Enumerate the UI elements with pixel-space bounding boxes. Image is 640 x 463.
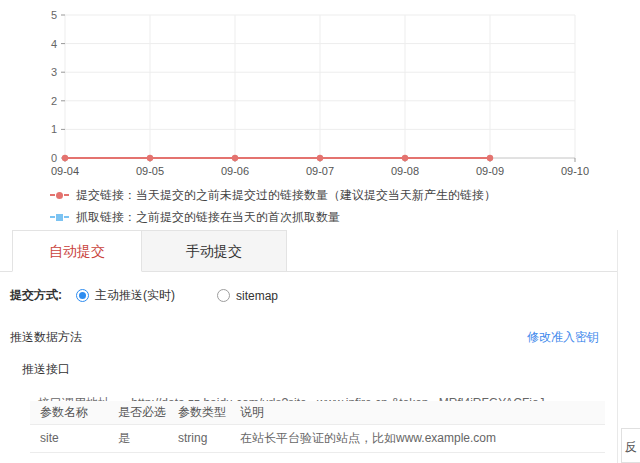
push-data-method-title: 推送数据方法	[10, 329, 82, 346]
radio-option-sitemap[interactable]: sitemap	[217, 289, 278, 303]
blue-line-square-icon	[50, 214, 69, 221]
tab-manual-submit[interactable]: 手动提交	[142, 230, 287, 271]
submit-method-row: 提交方式: 主动推送(实时) sitemap	[10, 287, 617, 304]
svg-text:2: 2	[51, 95, 57, 107]
modify-access-key-link[interactable]: 修改准入密钥	[527, 329, 599, 346]
chart-legend: 提交链接：当天提交的之前未提交过的链接数量（建议提交当天新产生的链接） 抓取链接…	[50, 184, 496, 228]
svg-text:4: 4	[51, 38, 57, 50]
radio-label: 主动推送(实时)	[95, 287, 175, 304]
cell-description: 在站长平台验证的站点，比如www.example.com	[230, 424, 605, 452]
chart-canvas: 01234509-0409-0509-0609-0709-0809-0909-1…	[0, 0, 640, 182]
params-table: 参数名称 是否必选 参数类型 说明 site 是 string 在站长平台验证的…	[30, 401, 605, 453]
legend-label: 抓取链接：之前提交的链接在当天的首次抓取数量	[76, 209, 340, 226]
svg-text:09-04: 09-04	[51, 165, 79, 177]
table-row: site 是 string 在站长平台验证的站点，比如www.example.c…	[30, 424, 605, 452]
push-data-title-row: 推送数据方法 修改准入密钥	[0, 329, 617, 346]
col-description: 说明	[230, 401, 605, 424]
col-param-type: 参数类型	[168, 401, 230, 424]
svg-text:1: 1	[51, 123, 57, 135]
col-param-name: 参数名称	[30, 401, 108, 424]
svg-text:5: 5	[51, 9, 57, 21]
link-submission-chart: 01234509-0409-0509-0609-0709-0809-0909-1…	[0, 0, 640, 228]
svg-text:0: 0	[51, 152, 57, 164]
svg-text:09-09: 09-09	[476, 165, 504, 177]
legend-item-submit-links: 提交链接：当天提交的之前未提交过的链接数量（建议提交当天新产生的链接）	[50, 184, 496, 206]
push-interface-label: 推送接口	[22, 361, 617, 378]
cell-param-type: string	[168, 424, 230, 452]
cell-param-name: site	[30, 424, 108, 452]
cell-required: 是	[108, 424, 168, 452]
feedback-button[interactable]: 反	[621, 428, 640, 463]
tab-auto-submit[interactable]: 自动提交	[12, 230, 142, 272]
col-required: 是否必选	[108, 401, 168, 424]
page: 01234509-0409-0509-0609-0709-0809-0909-1…	[0, 0, 640, 463]
legend-label: 提交链接：当天提交的之前未提交过的链接数量（建议提交当天新产生的链接）	[76, 187, 496, 204]
submit-method-label: 提交方式:	[10, 287, 62, 304]
table-header-row: 参数名称 是否必选 参数类型 说明	[30, 401, 605, 424]
radio-option-active-push[interactable]: 主动推送(实时)	[76, 287, 175, 304]
svg-text:09-06: 09-06	[221, 165, 249, 177]
red-line-dot-icon	[50, 192, 69, 199]
svg-text:09-10: 09-10	[561, 165, 589, 177]
radio-icon[interactable]	[217, 289, 230, 302]
legend-item-crawled-links: 抓取链接：之前提交的链接在当天的首次抓取数量	[50, 206, 496, 228]
radio-icon[interactable]	[76, 289, 89, 302]
svg-text:09-07: 09-07	[306, 165, 334, 177]
radio-label: sitemap	[236, 289, 278, 303]
svg-text:3: 3	[51, 66, 57, 78]
svg-text:09-08: 09-08	[391, 165, 419, 177]
submission-panel: 自动提交 手动提交 提交方式: 主动推送(实时) sitemap 推送数据方法 …	[0, 230, 618, 463]
tab-bar: 自动提交 手动提交	[0, 230, 617, 272]
svg-text:09-05: 09-05	[136, 165, 164, 177]
